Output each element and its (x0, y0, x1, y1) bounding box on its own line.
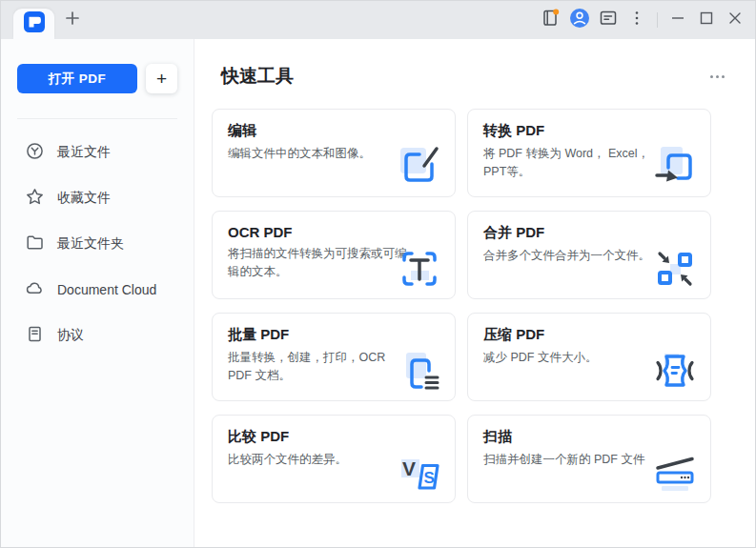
sidebar-item-recent-folders[interactable]: 最近文件夹 (1, 221, 194, 267)
merge-icon (652, 246, 698, 292)
sidebar-item-recent-files[interactable]: 最近文件 (1, 130, 194, 175)
batch-icon (397, 348, 442, 394)
account-button[interactable] (565, 6, 594, 34)
clock-icon (26, 142, 44, 163)
edit-icon (397, 144, 442, 190)
minimize-icon (668, 9, 687, 31)
svg-text:S: S (424, 469, 435, 487)
account-avatar-icon (568, 7, 591, 33)
card-description: 批量转换，创建，打印，OCR PDF 文档。 (228, 349, 411, 385)
create-pdf-button[interactable]: + (146, 64, 177, 93)
card-convert-pdf[interactable]: 转换 PDF 将 PDF 转换为 Word， Excel，PPT等。 (467, 109, 711, 197)
card-ocr-pdf[interactable]: OCR PDF 将扫描的文件转换为可搜索或可编辑的文本。 (212, 211, 456, 299)
titlebar (1, 1, 755, 39)
titlebar-actions (537, 1, 755, 39)
more-dots-icon (710, 75, 713, 78)
pdfelement-logo (24, 11, 45, 36)
card-title: 合并 PDF (483, 224, 695, 242)
minimize-button[interactable] (664, 6, 692, 34)
compare-icon: V S (397, 450, 442, 496)
main-content: 快速工具 编辑 编辑文件中的文本和图像。 (194, 39, 755, 548)
card-compare-pdf[interactable]: 比较 PDF 比较两个文件的差异。 V S (212, 415, 456, 503)
card-title: 批量 PDF (228, 326, 439, 344)
card-title: 比较 PDF (228, 428, 439, 446)
page-title: 快速工具 (221, 64, 294, 89)
card-description: 将扫描的文件转换为可搜索或可编辑的文本。 (228, 245, 411, 281)
card-compress-pdf[interactable]: 压缩 PDF 减少 PDF 文件大小。 (467, 313, 711, 401)
compress-icon (652, 348, 698, 394)
sidebar-item-label: 最近文件 (57, 144, 111, 161)
ocr-icon (397, 246, 442, 292)
sidebar-item-document-cloud[interactable]: Document Cloud (1, 267, 194, 313)
sidebar-item-favorites[interactable]: 收藏文件 (1, 175, 194, 221)
sidebar-item-label: Document Cloud (57, 282, 156, 297)
sidebar-divider (17, 118, 177, 119)
card-scan[interactable]: 扫描 扫描并创建一个新的 PDF 文件 (467, 415, 711, 503)
card-edit[interactable]: 编辑 编辑文件中的文本和图像。 (212, 109, 456, 197)
plus-icon (64, 10, 81, 30)
quick-tools-grid: 编辑 编辑文件中的文本和图像。 转换 PDF 将 PDF 转换为 Word， E… (212, 109, 711, 503)
titlebar-separator (657, 12, 658, 28)
cloud-icon (26, 279, 44, 300)
card-title: 转换 PDF (483, 122, 695, 140)
card-description: 扫描并创建一个新的 PDF 文件 (483, 451, 666, 469)
agreement-icon (26, 325, 44, 346)
menu-button[interactable] (623, 6, 651, 34)
card-description: 合并多个文件合并为一个文件。 (483, 247, 666, 265)
card-merge-pdf[interactable]: 合并 PDF 合并多个文件合并为一个文件。 (467, 211, 711, 299)
whats-new-icon (541, 8, 562, 32)
card-title: 压缩 PDF (483, 326, 695, 344)
close-button[interactable] (721, 6, 749, 34)
feedback-icon (598, 8, 619, 32)
sidebar-item-label: 收藏文件 (57, 190, 111, 207)
svg-text:V: V (402, 457, 416, 479)
sidebar: 打开 PDF + 最近文件 (1, 39, 194, 548)
sidebar-item-agreement[interactable]: 协议 (1, 313, 194, 358)
card-title: OCR PDF (228, 224, 439, 240)
document-tab[interactable] (13, 9, 54, 39)
star-icon (26, 188, 44, 209)
whats-new-button[interactable] (537, 6, 565, 34)
more-menu-icon (627, 9, 646, 31)
card-description: 比较两个文件的差异。 (228, 451, 411, 469)
scanner-icon (652, 450, 698, 496)
app-window: 打开 PDF + 最近文件 (0, 0, 756, 548)
sidebar-nav: 最近文件 收藏文件 最近文件夹 (1, 130, 194, 358)
feedback-button[interactable] (594, 6, 623, 34)
close-icon (725, 9, 745, 31)
sidebar-item-label: 最近文件夹 (57, 235, 124, 253)
card-title: 扫描 (483, 428, 695, 446)
card-description: 减少 PDF 文件大小。 (483, 349, 666, 367)
card-title: 编辑 (228, 122, 439, 140)
maximize-icon (697, 9, 716, 31)
new-tab-button[interactable] (64, 11, 81, 29)
more-tools-button[interactable] (708, 70, 726, 84)
convert-icon (652, 144, 698, 190)
sidebar-item-label: 协议 (57, 327, 84, 344)
open-pdf-button[interactable]: 打开 PDF (17, 64, 137, 93)
maximize-button[interactable] (692, 6, 721, 34)
card-batch-pdf[interactable]: 批量 PDF 批量转换，创建，打印，OCR PDF 文档。 (212, 313, 456, 401)
folder-icon (26, 233, 44, 254)
card-description: 将 PDF 转换为 Word， Excel，PPT等。 (483, 145, 666, 181)
card-description: 编辑文件中的文本和图像。 (228, 145, 411, 163)
